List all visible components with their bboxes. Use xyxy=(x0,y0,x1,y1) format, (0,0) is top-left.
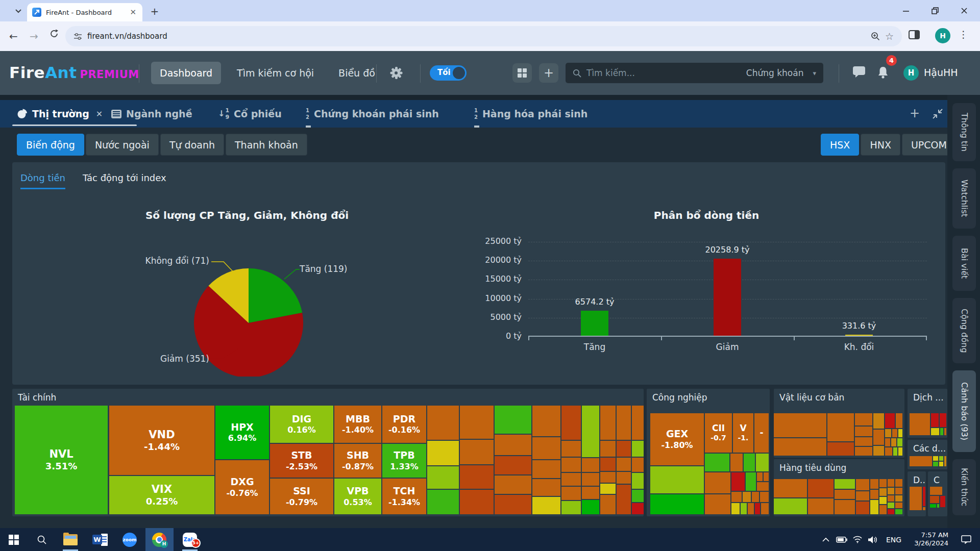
site-settings-icon[interactable] xyxy=(74,32,82,41)
forward-icon[interactable]: → xyxy=(30,29,38,43)
treemap-tile[interactable] xyxy=(427,441,459,465)
chat-icon[interactable] xyxy=(852,66,866,80)
treemap-tile[interactable] xyxy=(931,428,939,435)
treemap-tile[interactable] xyxy=(930,487,942,495)
treemap-tile[interactable] xyxy=(600,406,616,440)
battery-icon[interactable] xyxy=(836,528,848,551)
treemap-tile[interactable] xyxy=(856,479,869,490)
treemap-tile[interactable] xyxy=(774,498,807,514)
treemap-cell-STB[interactable]: STB-2.53% xyxy=(270,444,333,478)
treemap-tile[interactable] xyxy=(731,472,745,491)
treemap-tile[interactable] xyxy=(632,490,644,502)
treemap-tile[interactable] xyxy=(891,438,896,446)
treemap-cell-TPB[interactable]: TPB1.33% xyxy=(382,444,426,478)
treemap-tile[interactable] xyxy=(632,441,644,457)
treemap-tile[interactable] xyxy=(460,406,494,439)
taskbar-clock[interactable]: 7:57 AM 3/26/2024 xyxy=(914,531,948,547)
treemap-tile[interactable] xyxy=(895,488,902,494)
pie-chart[interactable] xyxy=(12,223,482,377)
treemap-tile[interactable] xyxy=(748,503,754,514)
treemap-cell-SSI[interactable]: SSI-0.79% xyxy=(270,479,333,514)
window-close-button[interactable] xyxy=(952,0,976,21)
treemap-cell-VND[interactable]: VND-1.44% xyxy=(109,406,214,475)
treemap-tile[interactable] xyxy=(650,494,704,514)
taskbar-search-icon[interactable] xyxy=(35,528,49,551)
treemap-tile[interactable] xyxy=(879,505,887,514)
treemap-tile[interactable] xyxy=(870,479,878,489)
treemap-tile[interactable] xyxy=(808,498,834,514)
treemap-tile[interactable] xyxy=(752,492,759,502)
action-center-icon[interactable] xyxy=(960,528,973,551)
treemap-tile[interactable] xyxy=(855,413,872,425)
filter-bien-dong[interactable]: Biến động xyxy=(17,134,84,156)
treemap-tile[interactable] xyxy=(632,503,644,514)
treemap-tile[interactable] xyxy=(730,454,743,471)
treemap-tile[interactable] xyxy=(532,437,560,459)
treemap-tile[interactable] xyxy=(495,456,531,474)
exchange-hnx[interactable]: HNX xyxy=(861,134,900,156)
treemap-tile[interactable] xyxy=(885,429,891,437)
treemap-tile[interactable] xyxy=(617,485,631,514)
treemap-tile[interactable] xyxy=(835,479,855,489)
treemap-tile[interactable] xyxy=(855,437,872,446)
filter-tu-doanh[interactable]: Tự doanh xyxy=(160,134,224,156)
treemap-tile[interactable] xyxy=(582,458,599,472)
collapse-icon[interactable] xyxy=(932,108,943,121)
treemap-tile[interactable] xyxy=(600,472,616,483)
treemap-tile[interactable] xyxy=(910,487,922,510)
treemap-tile[interactable] xyxy=(532,497,560,514)
treemap-tile[interactable] xyxy=(873,413,884,429)
treemap-tile[interactable] xyxy=(855,427,872,436)
treemap-tile[interactable] xyxy=(885,447,892,456)
treemap-tile[interactable] xyxy=(632,458,644,472)
treemap-tile[interactable] xyxy=(885,438,890,446)
rail-tab-6[interactable]: Kiến thức xyxy=(952,459,976,515)
treemap-tile[interactable] xyxy=(898,429,902,437)
treemap-tile[interactable] xyxy=(856,502,869,514)
treemap-tile[interactable] xyxy=(940,496,945,507)
tab-thi-truong[interactable]: Thị trường ✕ xyxy=(17,100,103,128)
filter-nuoc-ngoai[interactable]: Nước ngoài xyxy=(86,134,159,156)
treemap-tile[interactable] xyxy=(895,495,902,502)
treemap-tile[interactable] xyxy=(888,488,894,494)
treemap-tile[interactable] xyxy=(855,447,872,456)
filter-thanh-khoan[interactable]: Thanh khoản xyxy=(226,134,307,156)
treemap-tile[interactable] xyxy=(495,406,531,434)
treemap-tile[interactable] xyxy=(561,487,581,500)
treemap-tile[interactable] xyxy=(650,466,704,493)
treemap-tile[interactable] xyxy=(632,473,644,489)
treemap-tile[interactable] xyxy=(885,413,895,428)
rail-tab-3[interactable]: Bài viết xyxy=(952,236,976,291)
treemap-tile[interactable] xyxy=(582,473,599,486)
treemap-tile[interactable] xyxy=(756,454,769,471)
treemap-tile[interactable] xyxy=(582,500,599,514)
menu-dashboard[interactable]: Dashboard xyxy=(151,62,221,84)
treemap-tile[interactable] xyxy=(898,447,902,456)
rail-tab-5[interactable]: Cảnh báo (93) xyxy=(952,370,976,452)
treemap-cell-CII[interactable]: CII-0.7 xyxy=(705,413,732,453)
treemap-tile[interactable] xyxy=(910,456,932,466)
treemap-tile[interactable] xyxy=(582,487,599,499)
treemap-tile[interactable] xyxy=(460,490,494,514)
panel-tab-dong-tien[interactable]: Dòng tiền xyxy=(20,172,65,189)
rail-tab-2[interactable]: Watchlist xyxy=(952,168,976,229)
volume-icon[interactable] xyxy=(866,528,879,551)
close-tab-icon[interactable]: ✕ xyxy=(96,109,103,119)
tab-nganh-nghe[interactable]: Ngành nghề xyxy=(111,100,192,128)
search-input[interactable]: Tìm kiếm... Chứng khoán ▾ xyxy=(566,63,823,83)
treemap-tile[interactable] xyxy=(582,406,599,457)
exchange-hsx[interactable]: HSX xyxy=(821,134,859,156)
treemap-tile[interactable] xyxy=(757,472,763,481)
treemap-tile[interactable] xyxy=(895,509,902,514)
treemap-tile[interactable] xyxy=(761,503,769,514)
treemap-tile[interactable] xyxy=(495,475,531,494)
reload-icon[interactable] xyxy=(49,28,59,42)
url-text[interactable]: fireant.vn/dashboard xyxy=(87,32,866,41)
dark-mode-toggle[interactable]: Tối xyxy=(430,65,467,81)
new-tab-button[interactable]: + xyxy=(148,5,161,18)
treemap-tile[interactable] xyxy=(873,430,884,445)
treemap-tile[interactable] xyxy=(617,472,631,484)
treemap-cell-SHB[interactable]: SHB-0.87% xyxy=(334,444,381,478)
treemap-tile[interactable] xyxy=(705,454,729,471)
bar-Kh. đổi[interactable] xyxy=(845,335,873,336)
